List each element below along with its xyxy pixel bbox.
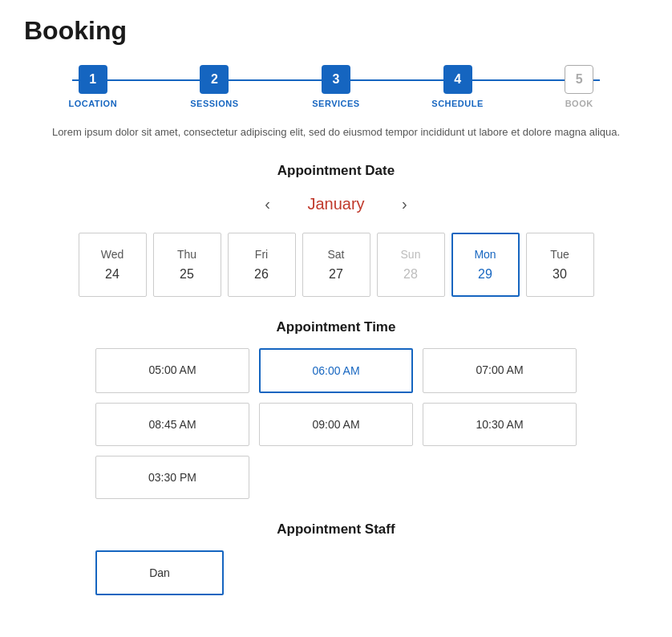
next-month-button[interactable]: › <box>395 192 414 217</box>
day-fri-26[interactable]: Fri 26 <box>228 233 296 297</box>
step-2[interactable]: 2 SESSIONS <box>154 65 276 108</box>
day-name: Fri <box>255 248 268 261</box>
day-thu-25[interactable]: Thu 25 <box>153 233 221 297</box>
prev-month-button[interactable]: ‹ <box>258 192 277 217</box>
day-mon-29[interactable]: Mon 29 <box>451 233 520 297</box>
day-tue-30[interactable]: Tue 30 <box>526 233 594 297</box>
staff-grid: Dan <box>95 550 577 595</box>
step-label-5: BOOK <box>565 99 593 108</box>
month-label: January <box>296 195 376 213</box>
staff-card-dan[interactable]: Dan <box>95 550 224 595</box>
step-5[interactable]: 5 BOOK <box>518 65 640 108</box>
calendar-row: Wed 24 Thu 25 Fri 26 Sat 27 Sun 28 Mon 2… <box>24 233 648 297</box>
day-name: Tue <box>550 248 569 261</box>
staff-section: Appointment Staff Dan <box>95 521 577 595</box>
time-slot-1030am[interactable]: 10:30 AM <box>423 403 577 446</box>
day-name: Mon <box>474 248 496 261</box>
time-slot-0900am[interactable]: 09:00 AM <box>259 403 413 446</box>
step-label-3: SERVICES <box>312 99 359 108</box>
description-text: Lorem ipsum dolor sit amet, consectetur … <box>24 124 648 140</box>
day-number: 27 <box>329 267 343 282</box>
day-number: 24 <box>105 267 119 282</box>
day-name: Sat <box>327 248 344 261</box>
month-navigation: ‹ January › <box>24 192 648 217</box>
day-name: Thu <box>177 248 196 261</box>
step-circle-2: 2 <box>200 65 229 94</box>
day-wed-24[interactable]: Wed 24 <box>79 233 147 297</box>
time-slot-0600am[interactable]: 06:00 AM <box>259 348 413 393</box>
time-grid: 05:00 AM 06:00 AM 07:00 AM 08:45 AM 09:0… <box>95 348 577 499</box>
time-slot-0330pm[interactable]: 03:30 PM <box>95 456 249 499</box>
step-3[interactable]: 3 SERVICES <box>275 65 397 108</box>
step-1[interactable]: 1 LOCATION <box>32 65 154 108</box>
page-title: Booking <box>24 16 648 46</box>
day-number: 29 <box>478 267 492 282</box>
day-number: 25 <box>180 267 194 282</box>
step-circle-1: 1 <box>79 65 107 94</box>
time-slot-0700am[interactable]: 07:00 AM <box>423 348 577 393</box>
day-sun-28: Sun 28 <box>377 233 445 297</box>
step-4[interactable]: 4 SCHEDULE <box>397 65 519 108</box>
day-number: 30 <box>553 267 567 282</box>
step-label-2: SESSIONS <box>190 99 238 108</box>
step-circle-4: 4 <box>443 65 472 94</box>
day-name: Wed <box>101 248 124 261</box>
step-label-1: LOCATION <box>68 99 117 108</box>
time-slot-0845am[interactable]: 08:45 AM <box>95 403 249 446</box>
stepper: 1 LOCATION 2 SESSIONS 3 SERVICES 4 SCHED… <box>24 65 648 108</box>
appointment-staff-title: Appointment Staff <box>95 521 577 538</box>
step-label-4: SCHEDULE <box>431 99 484 108</box>
step-circle-5: 5 <box>565 65 593 94</box>
appointment-time-title: Appointment Time <box>24 319 648 335</box>
day-number: 26 <box>254 267 269 282</box>
step-circle-3: 3 <box>322 65 350 94</box>
day-sat-27[interactable]: Sat 27 <box>302 233 370 297</box>
day-number: 28 <box>403 267 418 282</box>
time-slot-0500am[interactable]: 05:00 AM <box>95 348 249 393</box>
appointment-date-title: Appointment Date <box>24 163 648 179</box>
day-name: Sun <box>401 248 421 261</box>
